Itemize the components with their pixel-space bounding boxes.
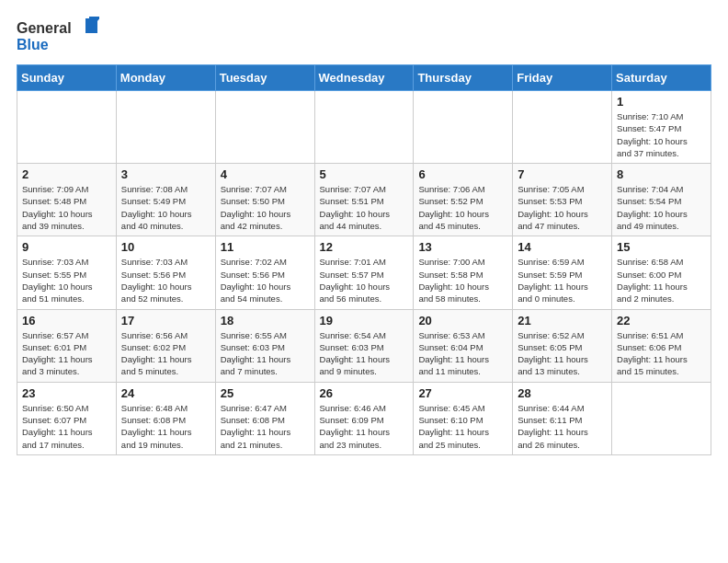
day-number: 14 (518, 240, 607, 254)
calendar-cell: 19Sunrise: 6:54 AM Sunset: 6:03 PM Dayli… (314, 309, 414, 382)
day-info: Sunrise: 6:51 AM Sunset: 6:06 PM Dayligh… (617, 329, 706, 378)
calendar-cell: 18Sunrise: 6:55 AM Sunset: 6:03 PM Dayli… (215, 309, 314, 382)
calendar-cell: 27Sunrise: 6:45 AM Sunset: 6:10 PM Dayli… (414, 382, 513, 454)
calendar-cell: 25Sunrise: 6:47 AM Sunset: 6:08 PM Dayli… (215, 382, 314, 454)
svg-text:Blue: Blue (17, 37, 49, 52)
calendar-cell (116, 91, 215, 164)
calendar-cell: 6Sunrise: 7:06 AM Sunset: 5:52 PM Daylig… (414, 164, 513, 236)
day-number: 6 (418, 167, 507, 181)
page: General Blue SundayMondayTuesdayWednesda… (0, 0, 728, 465)
day-info: Sunrise: 6:54 AM Sunset: 6:03 PM Dayligh… (320, 329, 409, 378)
day-number: 24 (121, 386, 210, 400)
calendar-cell: 8Sunrise: 7:04 AM Sunset: 5:54 PM Daylig… (612, 164, 711, 236)
day-info: Sunrise: 7:07 AM Sunset: 5:50 PM Dayligh… (221, 183, 310, 232)
day-info: Sunrise: 7:08 AM Sunset: 5:49 PM Dayligh… (121, 183, 210, 232)
day-number: 7 (518, 167, 607, 181)
day-number: 26 (320, 386, 409, 400)
calendar-cell: 14Sunrise: 6:59 AM Sunset: 5:59 PM Dayli… (513, 236, 612, 309)
calendar-cell: 3Sunrise: 7:08 AM Sunset: 5:49 PM Daylig… (116, 164, 215, 236)
day-number: 28 (518, 386, 607, 400)
calendar-cell (215, 91, 314, 164)
calendar-cell: 15Sunrise: 6:58 AM Sunset: 6:00 PM Dayli… (612, 236, 711, 309)
day-number: 10 (121, 240, 210, 254)
day-info: Sunrise: 7:03 AM Sunset: 5:55 PM Dayligh… (22, 256, 111, 304)
day-number: 3 (121, 167, 210, 181)
day-info: Sunrise: 6:47 AM Sunset: 6:08 PM Dayligh… (221, 402, 310, 451)
day-info: Sunrise: 7:06 AM Sunset: 5:52 PM Dayligh… (418, 183, 507, 232)
svg-text:General: General (17, 20, 72, 36)
day-info: Sunrise: 6:57 AM Sunset: 6:01 PM Dayligh… (22, 329, 111, 378)
day-info: Sunrise: 6:52 AM Sunset: 6:05 PM Dayligh… (518, 329, 607, 378)
calendar-cell: 12Sunrise: 7:01 AM Sunset: 5:57 PM Dayli… (314, 236, 414, 309)
day-number: 11 (221, 240, 310, 254)
day-number: 1 (617, 95, 706, 109)
calendar-cell: 10Sunrise: 7:03 AM Sunset: 5:56 PM Dayli… (116, 236, 215, 309)
day-info: Sunrise: 7:10 AM Sunset: 5:47 PM Dayligh… (617, 110, 706, 159)
calendar-cell (513, 91, 612, 164)
day-info: Sunrise: 6:50 AM Sunset: 6:07 PM Dayligh… (22, 402, 111, 451)
calendar-cell: 23Sunrise: 6:50 AM Sunset: 6:07 PM Dayli… (17, 382, 117, 454)
weekday-header-cell: Sunday (17, 65, 117, 91)
day-info: Sunrise: 6:53 AM Sunset: 6:04 PM Dayligh… (418, 329, 507, 378)
calendar-cell: 22Sunrise: 6:51 AM Sunset: 6:06 PM Dayli… (612, 309, 711, 382)
calendar-cell (414, 91, 513, 164)
weekday-header-cell: Saturday (612, 65, 711, 91)
day-info: Sunrise: 6:58 AM Sunset: 6:00 PM Dayligh… (617, 256, 706, 304)
calendar-cell: 9Sunrise: 7:03 AM Sunset: 5:55 PM Daylig… (17, 236, 117, 309)
calendar-cell: 5Sunrise: 7:07 AM Sunset: 5:51 PM Daylig… (314, 164, 414, 236)
weekday-header-cell: Wednesday (314, 65, 414, 91)
day-info: Sunrise: 6:56 AM Sunset: 6:02 PM Dayligh… (121, 329, 210, 378)
calendar-cell: 1Sunrise: 7:10 AM Sunset: 5:47 PM Daylig… (612, 91, 711, 164)
day-number: 22 (617, 314, 706, 327)
calendar-cell: 26Sunrise: 6:46 AM Sunset: 6:09 PM Dayli… (314, 382, 414, 454)
calendar-cell (612, 382, 711, 454)
day-info: Sunrise: 7:03 AM Sunset: 5:56 PM Dayligh… (121, 256, 210, 304)
day-number: 15 (617, 240, 706, 254)
day-number: 5 (320, 167, 409, 181)
calendar-cell (17, 91, 117, 164)
weekday-header-cell: Tuesday (215, 65, 314, 91)
day-info: Sunrise: 7:09 AM Sunset: 5:48 PM Dayligh… (22, 183, 111, 232)
calendar-cell: 20Sunrise: 6:53 AM Sunset: 6:04 PM Dayli… (414, 309, 513, 382)
day-info: Sunrise: 6:44 AM Sunset: 6:11 PM Dayligh… (518, 402, 607, 451)
day-number: 19 (320, 314, 409, 327)
calendar-cell: 24Sunrise: 6:48 AM Sunset: 6:08 PM Dayli… (116, 382, 215, 454)
day-number: 12 (320, 240, 409, 254)
calendar-cell: 28Sunrise: 6:44 AM Sunset: 6:11 PM Dayli… (513, 382, 612, 454)
calendar-cell: 11Sunrise: 7:02 AM Sunset: 5:56 PM Dayli… (215, 236, 314, 309)
calendar-cell: 2Sunrise: 7:09 AM Sunset: 5:48 PM Daylig… (17, 164, 117, 236)
day-info: Sunrise: 7:04 AM Sunset: 5:54 PM Dayligh… (617, 183, 706, 232)
calendar-cell: 4Sunrise: 7:07 AM Sunset: 5:50 PM Daylig… (215, 164, 314, 236)
day-number: 2 (22, 167, 111, 181)
day-number: 18 (221, 314, 310, 327)
day-number: 16 (22, 314, 111, 327)
day-number: 21 (518, 314, 607, 327)
calendar-cell (314, 91, 414, 164)
day-info: Sunrise: 7:01 AM Sunset: 5:57 PM Dayligh… (320, 256, 409, 304)
day-number: 13 (418, 240, 507, 254)
day-number: 4 (221, 167, 310, 181)
day-number: 23 (22, 386, 111, 400)
weekday-header-cell: Thursday (414, 65, 513, 91)
day-number: 9 (22, 240, 111, 254)
day-info: Sunrise: 6:55 AM Sunset: 6:03 PM Dayligh… (221, 329, 310, 378)
day-number: 25 (221, 386, 310, 400)
header: General Blue (17, 17, 711, 57)
day-number: 17 (121, 314, 210, 327)
day-info: Sunrise: 7:02 AM Sunset: 5:56 PM Dayligh… (221, 256, 310, 304)
calendar-cell: 7Sunrise: 7:05 AM Sunset: 5:53 PM Daylig… (513, 164, 612, 236)
day-info: Sunrise: 6:59 AM Sunset: 5:59 PM Dayligh… (518, 256, 607, 304)
weekday-header-cell: Friday (513, 65, 612, 91)
day-number: 27 (418, 386, 507, 400)
calendar-cell: 21Sunrise: 6:52 AM Sunset: 6:05 PM Dayli… (513, 309, 612, 382)
calendar-cell: 13Sunrise: 7:00 AM Sunset: 5:58 PM Dayli… (414, 236, 513, 309)
day-info: Sunrise: 7:07 AM Sunset: 5:51 PM Dayligh… (320, 183, 409, 232)
day-info: Sunrise: 7:00 AM Sunset: 5:58 PM Dayligh… (418, 256, 507, 304)
weekday-header-cell: Monday (116, 65, 215, 91)
day-info: Sunrise: 7:05 AM Sunset: 5:53 PM Dayligh… (518, 183, 607, 232)
logo: General Blue (17, 17, 99, 57)
day-info: Sunrise: 6:46 AM Sunset: 6:09 PM Dayligh… (320, 402, 409, 451)
day-number: 8 (617, 167, 706, 181)
calendar: SundayMondayTuesdayWednesdayThursdayFrid… (17, 64, 711, 455)
day-info: Sunrise: 6:48 AM Sunset: 6:08 PM Dayligh… (121, 402, 210, 451)
